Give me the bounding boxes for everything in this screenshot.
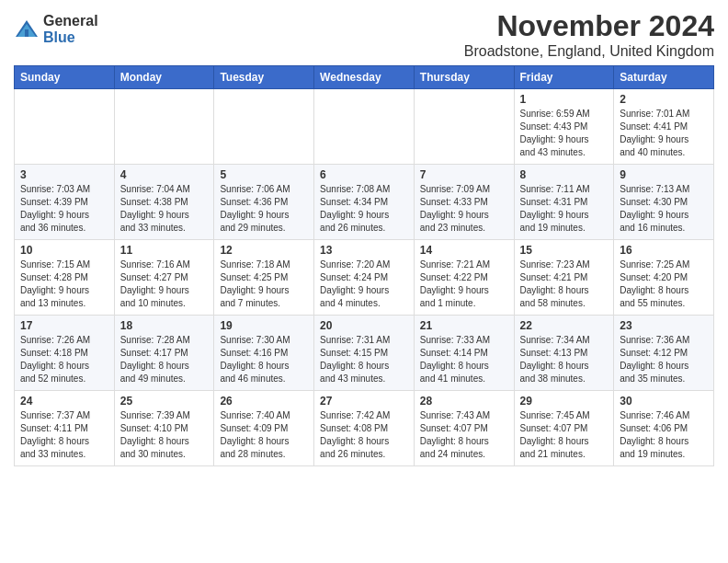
calendar-cell: 29Sunrise: 7:45 AM Sunset: 4:07 PM Dayli… xyxy=(514,391,614,466)
day-number: 24 xyxy=(20,395,108,408)
day-info: Sunrise: 7:01 AM Sunset: 4:41 PM Dayligh… xyxy=(620,108,708,159)
calendar-cell: 26Sunrise: 7:40 AM Sunset: 4:09 PM Dayli… xyxy=(214,391,314,466)
day-number: 25 xyxy=(120,395,209,408)
calendar-cell: 19Sunrise: 7:30 AM Sunset: 4:16 PM Dayli… xyxy=(214,316,314,391)
header-monday: Monday xyxy=(114,66,214,89)
day-info: Sunrise: 7:28 AM Sunset: 4:17 PM Dayligh… xyxy=(120,334,209,385)
calendar-cell: 16Sunrise: 7:25 AM Sunset: 4:20 PM Dayli… xyxy=(614,240,714,316)
day-number: 18 xyxy=(120,319,209,332)
day-number: 8 xyxy=(520,168,609,181)
day-number: 12 xyxy=(220,244,308,257)
day-info: Sunrise: 7:15 AM Sunset: 4:28 PM Dayligh… xyxy=(20,259,108,310)
day-info: Sunrise: 7:25 AM Sunset: 4:20 PM Dayligh… xyxy=(620,259,708,310)
day-info: Sunrise: 7:31 AM Sunset: 4:15 PM Dayligh… xyxy=(320,334,408,385)
day-number: 21 xyxy=(420,319,508,332)
header-wednesday: Wednesday xyxy=(314,66,415,89)
calendar-cell: 1Sunrise: 6:59 AM Sunset: 4:43 PM Daylig… xyxy=(514,89,614,165)
calendar-cell: 24Sunrise: 7:37 AM Sunset: 4:11 PM Dayli… xyxy=(15,391,115,466)
day-info: Sunrise: 7:16 AM Sunset: 4:27 PM Dayligh… xyxy=(120,259,209,310)
week-row-0: 1Sunrise: 6:59 AM Sunset: 4:43 PM Daylig… xyxy=(15,89,714,165)
calendar-cell: 8Sunrise: 7:11 AM Sunset: 4:31 PM Daylig… xyxy=(514,165,614,240)
calendar-cell: 25Sunrise: 7:39 AM Sunset: 4:10 PM Dayli… xyxy=(114,391,214,466)
day-info: Sunrise: 7:11 AM Sunset: 4:31 PM Dayligh… xyxy=(520,183,609,235)
calendar-cell: 27Sunrise: 7:42 AM Sunset: 4:08 PM Dayli… xyxy=(314,391,415,466)
day-info: Sunrise: 7:09 AM Sunset: 4:33 PM Dayligh… xyxy=(420,183,508,235)
month-title: November 2024 xyxy=(464,9,714,43)
day-number: 26 xyxy=(220,395,308,408)
page: General Blue November 2024 Broadstone, E… xyxy=(0,0,728,563)
day-number: 27 xyxy=(320,395,408,408)
calendar-cell: 7Sunrise: 7:09 AM Sunset: 4:33 PM Daylig… xyxy=(414,165,514,240)
day-number: 16 xyxy=(620,244,708,257)
header-friday: Friday xyxy=(514,66,614,89)
week-row-4: 24Sunrise: 7:37 AM Sunset: 4:11 PM Dayli… xyxy=(15,391,714,466)
day-info: Sunrise: 7:20 AM Sunset: 4:24 PM Dayligh… xyxy=(320,259,408,310)
day-number: 1 xyxy=(520,93,609,106)
header-tuesday: Tuesday xyxy=(214,66,314,89)
day-info: Sunrise: 7:33 AM Sunset: 4:14 PM Dayligh… xyxy=(420,334,508,385)
day-info: Sunrise: 7:04 AM Sunset: 4:38 PM Dayligh… xyxy=(120,183,209,235)
day-number: 17 xyxy=(20,319,108,332)
day-info: Sunrise: 7:06 AM Sunset: 4:36 PM Dayligh… xyxy=(220,183,308,235)
day-info: Sunrise: 7:45 AM Sunset: 4:07 PM Dayligh… xyxy=(520,409,609,461)
header: General Blue November 2024 Broadstone, E… xyxy=(14,9,714,60)
day-info: Sunrise: 6:59 AM Sunset: 4:43 PM Dayligh… xyxy=(520,108,609,159)
calendar-cell xyxy=(114,89,214,165)
calendar-cell: 14Sunrise: 7:21 AM Sunset: 4:22 PM Dayli… xyxy=(414,240,514,316)
day-info: Sunrise: 7:46 AM Sunset: 4:06 PM Dayligh… xyxy=(620,409,708,461)
day-number: 28 xyxy=(420,395,508,408)
calendar-cell: 13Sunrise: 7:20 AM Sunset: 4:24 PM Dayli… xyxy=(314,240,415,316)
day-number: 10 xyxy=(20,244,108,257)
calendar-cell: 15Sunrise: 7:23 AM Sunset: 4:21 PM Dayli… xyxy=(514,240,614,316)
day-info: Sunrise: 7:37 AM Sunset: 4:11 PM Dayligh… xyxy=(20,409,108,461)
calendar-cell: 20Sunrise: 7:31 AM Sunset: 4:15 PM Dayli… xyxy=(314,316,415,391)
logo-general-text: General xyxy=(43,13,98,29)
day-info: Sunrise: 7:40 AM Sunset: 4:09 PM Dayligh… xyxy=(220,409,308,461)
week-row-2: 10Sunrise: 7:15 AM Sunset: 4:28 PM Dayli… xyxy=(15,240,714,316)
calendar-cell: 6Sunrise: 7:08 AM Sunset: 4:34 PM Daylig… xyxy=(314,165,415,240)
calendar-table: Sunday Monday Tuesday Wednesday Thursday… xyxy=(14,65,714,466)
calendar-cell: 10Sunrise: 7:15 AM Sunset: 4:28 PM Dayli… xyxy=(15,240,115,316)
day-info: Sunrise: 7:23 AM Sunset: 4:21 PM Dayligh… xyxy=(520,259,609,310)
calendar-cell: 11Sunrise: 7:16 AM Sunset: 4:27 PM Dayli… xyxy=(114,240,214,316)
calendar-cell: 30Sunrise: 7:46 AM Sunset: 4:06 PM Dayli… xyxy=(614,391,714,466)
week-row-3: 17Sunrise: 7:26 AM Sunset: 4:18 PM Dayli… xyxy=(15,316,714,391)
day-info: Sunrise: 7:18 AM Sunset: 4:25 PM Dayligh… xyxy=(220,259,308,310)
header-sunday: Sunday xyxy=(15,66,115,89)
logo-text: General Blue xyxy=(43,13,98,45)
day-info: Sunrise: 7:42 AM Sunset: 4:08 PM Dayligh… xyxy=(320,409,408,461)
calendar-cell: 12Sunrise: 7:18 AM Sunset: 4:25 PM Dayli… xyxy=(214,240,314,316)
day-info: Sunrise: 7:03 AM Sunset: 4:39 PM Dayligh… xyxy=(20,183,108,235)
day-number: 7 xyxy=(420,168,508,181)
day-number: 15 xyxy=(520,244,609,257)
calendar-cell: 5Sunrise: 7:06 AM Sunset: 4:36 PM Daylig… xyxy=(214,165,314,240)
day-number: 9 xyxy=(620,168,708,181)
calendar-cell: 9Sunrise: 7:13 AM Sunset: 4:30 PM Daylig… xyxy=(614,165,714,240)
calendar-cell: 21Sunrise: 7:33 AM Sunset: 4:14 PM Dayli… xyxy=(414,316,514,391)
day-info: Sunrise: 7:13 AM Sunset: 4:30 PM Dayligh… xyxy=(620,183,708,235)
logo-blue-text: Blue xyxy=(43,29,98,46)
header-saturday: Saturday xyxy=(614,66,714,89)
calendar-cell: 3Sunrise: 7:03 AM Sunset: 4:39 PM Daylig… xyxy=(15,165,115,240)
calendar-cell xyxy=(314,89,415,165)
calendar-cell xyxy=(15,89,115,165)
day-number: 4 xyxy=(120,168,209,181)
location-title: Broadstone, England, United Kingdom xyxy=(464,43,714,60)
day-number: 20 xyxy=(320,319,408,332)
day-number: 5 xyxy=(220,168,308,181)
day-number: 6 xyxy=(320,168,408,181)
week-row-1: 3Sunrise: 7:03 AM Sunset: 4:39 PM Daylig… xyxy=(15,165,714,240)
calendar-cell: 22Sunrise: 7:34 AM Sunset: 4:13 PM Dayli… xyxy=(514,316,614,391)
logo: General Blue xyxy=(14,13,98,45)
day-info: Sunrise: 7:26 AM Sunset: 4:18 PM Dayligh… xyxy=(20,334,108,385)
day-info: Sunrise: 7:34 AM Sunset: 4:13 PM Dayligh… xyxy=(520,334,609,385)
calendar-cell: 23Sunrise: 7:36 AM Sunset: 4:12 PM Dayli… xyxy=(614,316,714,391)
day-number: 11 xyxy=(120,244,209,257)
day-info: Sunrise: 7:30 AM Sunset: 4:16 PM Dayligh… xyxy=(220,334,308,385)
calendar-cell: 17Sunrise: 7:26 AM Sunset: 4:18 PM Dayli… xyxy=(15,316,115,391)
calendar-cell xyxy=(414,89,514,165)
day-info: Sunrise: 7:36 AM Sunset: 4:12 PM Dayligh… xyxy=(620,334,708,385)
title-section: November 2024 Broadstone, England, Unite… xyxy=(464,9,714,60)
day-number: 2 xyxy=(620,93,708,106)
calendar-cell: 4Sunrise: 7:04 AM Sunset: 4:38 PM Daylig… xyxy=(114,165,214,240)
